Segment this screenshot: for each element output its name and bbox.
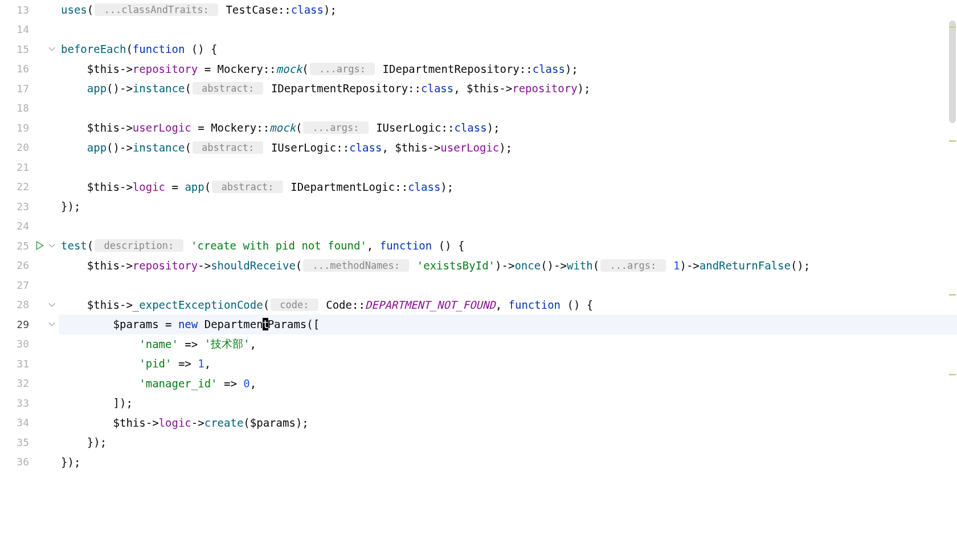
indent: [61, 121, 87, 134]
line-number: 22: [17, 181, 59, 193]
code-line[interactable]: 'manager_id' => 0,: [59, 374, 957, 394]
line-number: 35: [17, 436, 59, 448]
indent: [61, 377, 139, 390]
class-ref: IUserLogic: [271, 141, 336, 154]
scrollbar-thumb[interactable]: [949, 21, 956, 123]
scrollbar-mark[interactable]: [949, 294, 956, 296]
punct: ->: [120, 299, 133, 311]
punct: () {: [561, 299, 593, 311]
gutter-row: 18: [0, 99, 59, 118]
punct: );: [499, 141, 512, 154]
keyword: class: [349, 141, 382, 154]
fold-toggle-icon[interactable]: [47, 44, 56, 54]
code-line[interactable]: beforeEach(function () {: [59, 39, 957, 59]
var: $this: [467, 82, 499, 95]
class-ref: IDepartmentRepository: [383, 63, 520, 75]
scrollbar-mark[interactable]: [949, 374, 956, 375]
member: repository: [512, 82, 577, 95]
code-line[interactable]: test( description: 'create with pid not …: [59, 236, 957, 256]
method: instance: [133, 141, 185, 154]
code-line[interactable]: $this->userLogic = Mockery::mock( ...arg…: [59, 118, 957, 138]
code-line[interactable]: });: [59, 452, 957, 472]
code-line[interactable]: });: [59, 432, 957, 452]
member: logic: [133, 181, 165, 193]
punct: ,: [205, 357, 211, 370]
var: $this: [87, 121, 120, 134]
line-number: 32: [17, 377, 59, 389]
string: 'create with pid not found': [191, 239, 367, 252]
code-line[interactable]: [59, 157, 957, 177]
punct: ::: [441, 121, 455, 134]
param-hint: code:: [271, 299, 318, 311]
punct: ,: [382, 141, 395, 154]
code-line[interactable]: $this->repository->shouldReceive( ...met…: [59, 256, 957, 276]
code-line[interactable]: [59, 99, 957, 118]
method: instance: [133, 82, 185, 95]
gutter-row: 22: [0, 177, 59, 197]
gutter-row: 27: [0, 275, 59, 295]
code-line[interactable]: $this->logic->create($params);: [59, 413, 957, 433]
punct: ::: [336, 141, 349, 154]
member: repository: [133, 259, 198, 272]
code-line[interactable]: $this->repository = Mockery::mock( ...ar…: [59, 59, 957, 79]
fn-call: uses: [61, 3, 87, 16]
code-line[interactable]: $this->_expectExceptionCode( code: Code:…: [59, 295, 957, 315]
fold-toggle-icon[interactable]: [47, 241, 56, 250]
class-ref: Departmen: [205, 318, 263, 330]
gutter-row: 17: [0, 79, 59, 99]
punct: =>: [171, 357, 198, 370]
gutter-row: 34: [0, 413, 59, 433]
line-number: 18: [17, 102, 59, 114]
var: $params: [250, 416, 296, 429]
punct: =: [191, 121, 211, 134]
code-line[interactable]: ]);: [59, 393, 957, 413]
method: andReturnFalse: [700, 259, 791, 272]
indent: [61, 299, 87, 311]
scrollbar-mark[interactable]: [949, 140, 956, 142]
punct: ->: [120, 181, 133, 193]
number: 0: [243, 377, 250, 390]
indent: [61, 416, 113, 429]
punct: });: [87, 436, 107, 448]
code-line-active[interactable]: $params = new DepartmentParams([: [59, 314, 957, 334]
scrollbar-mark[interactable]: [949, 26, 956, 28]
indent: [61, 82, 87, 95]
code-line[interactable]: $this->logic = app( abstract: IDepartmen…: [59, 177, 957, 197]
punct: () {: [185, 43, 217, 55]
code-line[interactable]: 'pid' => 1,: [59, 354, 957, 374]
punct: =: [159, 318, 178, 330]
class-ref: IDepartmentLogic: [291, 181, 395, 193]
code-line[interactable]: uses( ...classAndTraits: TestCase::class…: [59, 0, 957, 20]
code-line[interactable]: [59, 216, 957, 236]
fold-toggle-icon[interactable]: [47, 300, 56, 309]
fold-toggle-icon[interactable]: [47, 320, 56, 329]
punct: ,: [250, 338, 256, 350]
member: logic: [159, 416, 191, 429]
gutter-row: 15: [0, 39, 59, 59]
code-line[interactable]: [59, 20, 957, 40]
punct: =>: [218, 377, 244, 390]
param-hint: abstract:: [193, 141, 264, 154]
code-line[interactable]: 'name' => '技术部',: [59, 334, 957, 354]
param-hint: ...methodNames:: [303, 259, 409, 272]
scrollbar-track[interactable]: [949, 21, 956, 522]
code-line[interactable]: [59, 275, 957, 295]
run-test-icon[interactable]: [35, 240, 45, 251]
punct: ]);: [113, 397, 133, 409]
punct: ::: [408, 82, 421, 95]
gutter-row: 13: [0, 0, 59, 20]
code-line[interactable]: app()->instance( abstract: IDepartmentRe…: [59, 79, 957, 99]
code-area[interactable]: uses( ...classAndTraits: TestCase::class…: [59, 0, 957, 560]
punct: });: [61, 456, 80, 468]
indent: [61, 181, 87, 193]
code-line[interactable]: });: [59, 197, 957, 216]
indent: [61, 338, 139, 350]
param-hint: ...args:: [303, 121, 368, 134]
class-ref: Mockery: [211, 121, 256, 134]
fn-call: app: [87, 82, 107, 95]
punct: ([: [306, 318, 320, 330]
code-line[interactable]: app()->instance( abstract: IUserLogic::c…: [59, 138, 957, 158]
punct: (): [541, 259, 554, 272]
param-hint: ...args:: [310, 63, 375, 75]
fn-call: app: [87, 141, 107, 154]
